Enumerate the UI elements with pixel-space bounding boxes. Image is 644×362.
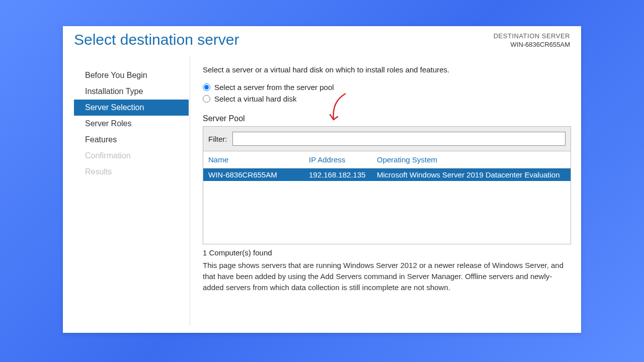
destination-label: DESTINATION SERVER [494, 32, 570, 40]
explain-text: This page shows servers that are running… [203, 260, 570, 293]
wizard-window: Select destination server DESTINATION SE… [63, 26, 581, 333]
main-panel: Select a server or a virtual hard disk o… [203, 65, 571, 328]
table-row[interactable]: WIN-6836CR655AM 192.168.182.135 Microsof… [203, 168, 571, 181]
radio-vhd-input[interactable] [203, 95, 210, 103]
instruction-text: Select a server or a virtual hard disk o… [203, 65, 571, 74]
sidebar-item-server-selection[interactable]: Server Selection [74, 100, 189, 116]
sidebar-item-server-roles[interactable]: Server Roles [74, 116, 189, 132]
column-name[interactable]: Name [208, 155, 309, 164]
filter-bar: Filter: [203, 127, 571, 151]
radio-vhd[interactable]: Select a virtual hard disk [203, 95, 571, 103]
destination-name: WIN-6836CR655AM [494, 41, 570, 48]
sidebar-item-before-you-begin[interactable]: Before You Begin [74, 67, 189, 83]
destination-box: DESTINATION SERVER WIN-6836CR655AM [494, 32, 570, 48]
filter-label: Filter: [208, 135, 227, 143]
radio-server-pool[interactable]: Select a server from the server pool [203, 83, 571, 92]
column-ip[interactable]: IP Address [309, 155, 377, 164]
wizard-sidebar: Before You Begin Installation Type Serve… [74, 67, 189, 180]
column-os[interactable]: Operating System [377, 155, 566, 164]
grid-header: Name IP Address Operating System [203, 151, 571, 168]
radio-server-pool-input[interactable] [203, 83, 210, 91]
cell-ip: 192.168.182.135 [309, 170, 377, 179]
sidebar-item-features[interactable]: Features [74, 132, 189, 148]
divider [190, 56, 190, 326]
grid-body: WIN-6836CR655AM 192.168.182.135 Microsof… [203, 168, 571, 244]
server-pool-box: Filter: Name IP Address Operating System… [203, 126, 571, 244]
page-title: Select destination server [74, 31, 239, 48]
cell-os: Microsoft Windows Server 2019 Datacenter… [377, 170, 566, 179]
server-pool-heading: Server Pool [203, 114, 571, 123]
sidebar-item-confirmation: Confirmation [74, 148, 189, 164]
radio-server-pool-label: Select a server from the server pool [214, 83, 334, 92]
cell-name: WIN-6836CR655AM [208, 170, 309, 179]
sidebar-item-results: Results [74, 164, 189, 180]
sidebar-item-installation-type[interactable]: Installation Type [74, 83, 189, 100]
filter-input[interactable] [232, 132, 566, 146]
radio-vhd-label: Select a virtual hard disk [214, 95, 296, 103]
count-text: 1 Computer(s) found [203, 248, 571, 257]
